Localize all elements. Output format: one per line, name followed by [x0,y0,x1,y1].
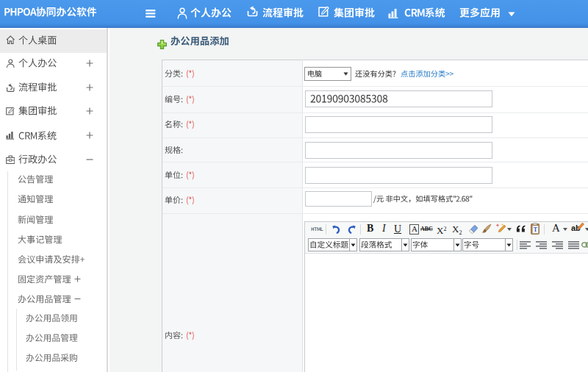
svg-text:T: T [534,226,538,233]
